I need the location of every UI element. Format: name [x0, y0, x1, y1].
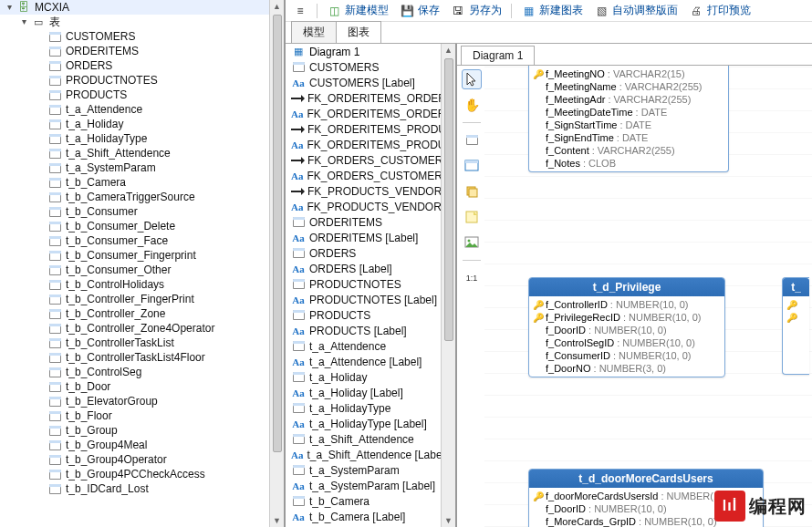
outline-item[interactable]: Aat_a_Attendence [Label] — [286, 354, 441, 369]
chevron-down-icon[interactable]: ▾ — [18, 16, 29, 27]
outline-item[interactable]: AaPRODUCTNOTES [Label] — [286, 292, 441, 307]
tab-model[interactable]: 模型 — [291, 21, 337, 43]
outline-item[interactable]: t_a_SystemParam — [286, 462, 441, 478]
outline-item[interactable]: ORDERITEMS — [286, 214, 441, 230]
tree-table-item[interactable]: t_b_Consumer_Delete — [0, 219, 284, 233]
layer-tool[interactable] — [462, 181, 482, 202]
outline-item[interactable]: FK_ORDERITEMS_PRODUCT — [286, 121, 441, 137]
table-tool[interactable] — [462, 130, 482, 150]
save-as-button[interactable]: 🖫另存为 — [449, 2, 504, 20]
new-diagram-button[interactable]: ▦新建图表 — [519, 2, 585, 20]
outline-item[interactable]: AaCUSTOMERS [Label] — [286, 75, 441, 90]
hand-tool[interactable]: ✋ — [462, 95, 482, 115]
tree-table-item[interactable]: t_b_ElevatorGroup — [0, 394, 284, 408]
scroll-thumb[interactable] — [273, 15, 282, 452]
outline-item[interactable]: AaORDERITEMS [Label] — [286, 230, 441, 245]
outline-item[interactable]: Aat_a_Holiday [Label] — [286, 385, 441, 400]
tree-table-item[interactable]: ORDERITEMS — [0, 44, 284, 58]
outline-item[interactable]: Aat_b_Camera [Label] — [286, 509, 441, 524]
image-tool[interactable] — [462, 232, 482, 253]
entity-privilege[interactable]: t_d_Privilege 🔑f_ControllerID: NUMBER(10… — [528, 277, 725, 377]
tree-table-item[interactable]: t_a_Shift_Attendence — [0, 146, 284, 160]
outline-item[interactable]: PRODUCTS — [286, 307, 441, 323]
tree-table-item[interactable]: t_b_IDCard_Lost — [0, 481, 284, 496]
tree-table-item[interactable]: t_b_Group4Meal — [0, 438, 284, 452]
outline-item[interactable]: AaFK_ORDERS_CUSTOMERS [ — [286, 168, 441, 183]
outline-item[interactable]: ORDERS — [286, 245, 441, 261]
note-tool[interactable] — [462, 207, 482, 227]
outline-heading[interactable]: ▦Diagram 1 — [286, 44, 441, 59]
tree-table-item[interactable]: t_b_Consumer — [0, 204, 284, 219]
tree-table-item[interactable]: t_b_Group4PCCheckAccess — [0, 467, 284, 481]
tree-table-item[interactable]: t_b_Camera — [0, 175, 284, 190]
outline-item[interactable]: Aat_a_Shift_Attendence [Label] — [286, 447, 441, 462]
tree-table-item[interactable]: t_b_Door — [0, 379, 284, 394]
outline-item[interactable]: t_a_HolidayType — [286, 400, 441, 416]
tree-table-item[interactable]: t_a_Holiday — [0, 117, 284, 131]
outline-item[interactable]: AaPRODUCTS [Label] — [286, 323, 441, 338]
tree-table-item[interactable]: t_b_ControlSeg — [0, 365, 284, 379]
scroll-up-icon[interactable]: ▲ — [442, 44, 455, 57]
outline-item[interactable]: FK_ORDERITEMS_ORDERS — [286, 90, 441, 106]
scroll-down-icon[interactable]: ▼ — [271, 514, 284, 527]
field-name: f_ControllerID — [546, 299, 608, 310]
new-model-button[interactable]: ◫新建模型 — [325, 2, 390, 20]
tree-table-item[interactable]: CUSTOMERS — [0, 29, 284, 44]
tree-table-item[interactable]: t_b_Controller_FingerPrint — [0, 292, 284, 306]
tab-diagram[interactable]: 图表 — [336, 21, 381, 43]
save-button[interactable]: 💾保存 — [398, 2, 442, 20]
outline-item[interactable]: FK_PRODUCTS_VENDORS — [286, 183, 441, 199]
scroll-thumb[interactable] — [444, 58, 453, 341]
outline-item[interactable]: AaFK_ORDERITEMS_ORDERS — [286, 106, 441, 121]
tree-table-item[interactable]: t_b_ControlHolidays — [0, 277, 284, 292]
tree-tables-group[interactable]: ▾▭表 — [0, 15, 284, 29]
tree-table-item[interactable]: ORDERS — [0, 58, 284, 73]
outline-item[interactable]: AaFK_PRODUCTS_VENDORS [ — [286, 199, 441, 214]
entity-meeting[interactable]: 🔑f_MeetingNO: VARCHAR2(15)f_MeetingName:… — [528, 66, 729, 172]
tree-scrollbar[interactable]: ▲ ▼ — [269, 0, 284, 527]
scroll-up-icon[interactable]: ▲ — [271, 0, 284, 13]
entity-cut[interactable]: t_ 🔑 🔑 — [782, 277, 809, 375]
outline-item[interactable]: t_a_Shift_Attendence — [286, 431, 441, 447]
outline-item[interactable]: AaORDERS [Label] — [286, 261, 441, 276]
relation-tool[interactable]: 1:1 — [462, 268, 482, 288]
tree-table-item[interactable]: t_b_Controller_Zone — [0, 306, 284, 321]
tree-table-item[interactable]: t_b_Controller_Zone4Operator — [0, 321, 284, 336]
outline-item-label: t_a_HolidayType [Label] — [309, 418, 427, 430]
tree-table-item[interactable]: t_b_ControllerTaskList4Floor — [0, 350, 284, 365]
tree-table-item[interactable]: t_b_Consumer_Face — [0, 233, 284, 248]
outline-item[interactable]: CUSTOMERS — [286, 59, 441, 75]
tree-table-item[interactable]: t_a_HolidayType — [0, 131, 284, 146]
outline-item-label: ORDERS [Label] — [309, 263, 392, 275]
chevron-down-icon[interactable]: ▾ — [4, 2, 15, 13]
tree-table-item[interactable]: t_a_SystemParam — [0, 160, 284, 175]
outline-item[interactable]: PRODUCTNOTES — [286, 276, 441, 292]
scroll-down-icon[interactable]: ▼ — [442, 514, 455, 527]
outline-scrollbar[interactable]: ▲ ▼ — [441, 44, 455, 527]
tree-table-item[interactable]: PRODUCTNOTES — [0, 73, 284, 88]
tree-table-item[interactable]: t_a_Attendence — [0, 102, 284, 117]
tree-table-item[interactable]: t_b_Group4Operator — [0, 452, 284, 467]
outline-item[interactable]: FK_ORDERS_CUSTOMERS — [286, 152, 441, 168]
tree-table-item[interactable]: t_b_ControllerTaskList — [0, 336, 284, 350]
print-preview-button[interactable]: 🖨打印预览 — [687, 2, 753, 20]
tree-table-item[interactable]: t_b_Group — [0, 423, 284, 438]
outline-item[interactable]: t_a_Holiday — [286, 369, 441, 385]
auto-layout-button[interactable]: ▧自动调整版面 — [592, 2, 680, 20]
view-tool[interactable] — [462, 156, 482, 176]
tree-table-item[interactable]: t_b_Floor — [0, 408, 284, 423]
canvas-tab-diagram-1[interactable]: Diagram 1 — [461, 46, 535, 65]
tree-table-item[interactable]: PRODUCTS — [0, 88, 284, 102]
outline-item[interactable]: Aat_a_HolidayType [Label] — [286, 416, 441, 431]
outline-item[interactable]: AaFK_ORDERITEMS_PRODUCT — [286, 137, 441, 152]
tree-table-item[interactable]: t_b_Consumer_Fingerprint — [0, 248, 284, 263]
outline-item[interactable]: Aat_a_SystemParam [Label] — [286, 478, 441, 493]
outline-item[interactable]: t_b_Camera — [286, 493, 441, 509]
tree-table-item[interactable]: t_b_Consumer_Other — [0, 263, 284, 277]
tree-table-item[interactable]: t_b_CameraTriggerSource — [0, 190, 284, 204]
outline-item[interactable]: t_a_Attendence — [286, 338, 441, 354]
menu-button[interactable]: ≡ — [291, 2, 309, 20]
diagram-canvas[interactable]: 🔑f_MeetingNO: VARCHAR2(15)f_MeetingName:… — [484, 66, 812, 527]
tree-root[interactable]: ▾🗄MCXIA — [0, 0, 284, 15]
cursor-tool[interactable] — [462, 69, 482, 89]
